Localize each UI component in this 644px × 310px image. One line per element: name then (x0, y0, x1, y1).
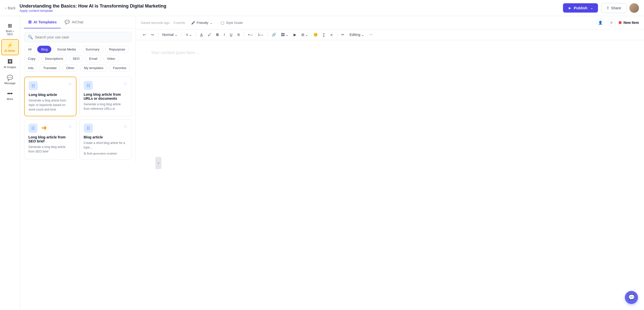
strikethrough-button[interactable]: S (235, 31, 242, 38)
favorite-star-3[interactable]: ☆ (68, 124, 72, 129)
search-input[interactable] (35, 35, 128, 39)
sidebar-item-ai-images[interactable]: 🖼 AI Images (1, 56, 19, 71)
chip-my-templates[interactable]: My templates (80, 64, 107, 72)
more-options-button[interactable]: ⋯ (367, 31, 375, 38)
back-label: Back (8, 6, 16, 10)
undo-button[interactable]: ↩ (141, 31, 148, 38)
toolbar-users-icon-button[interactable]: 👤 (596, 19, 605, 27)
chat-widget-button[interactable]: 💬 (625, 291, 638, 304)
tab-ai-chat[interactable]: 💬 AIChat (61, 16, 87, 28)
editor-area[interactable]: Your content goes here ... (136, 40, 644, 310)
style-guide-button[interactable]: ◯ Style Guide (219, 20, 245, 26)
template-card-long-blog[interactable]: ☷ ☆ Long blog article Generate a blog ar… (24, 77, 76, 116)
favorite-star-1[interactable]: ☆ (68, 81, 72, 87)
template-card-2-header: ☷ ☆ (84, 81, 128, 90)
filter-chips: All Blog Social Media Summary Repurpose … (20, 46, 136, 75)
underline-button[interactable]: U (228, 31, 234, 38)
chip-translate[interactable]: Translate (39, 64, 60, 72)
numbered-list-button[interactable]: 1— (256, 31, 265, 38)
share-icon: ⇧ (606, 6, 610, 10)
favorite-star-2[interactable]: ☆ (123, 81, 127, 86)
sidebar-item-message[interactable]: 💬 Message (1, 72, 19, 87)
panel-tabs: ⊞ AI Templates 💬 AIChat (20, 16, 136, 28)
redo-button[interactable]: ↪ (149, 31, 156, 38)
bullet-list-button[interactable]: •— (246, 31, 255, 38)
template-title-1: Long blog article (29, 93, 72, 97)
comment-button[interactable]: ✏ (339, 31, 346, 38)
search-input-wrap: 🔍 (24, 32, 132, 42)
bulk-label: Bulk generation enabled (87, 152, 117, 155)
collapse-panel-button[interactable]: ‹ (155, 157, 162, 169)
avatar[interactable] (629, 3, 639, 13)
chip-other[interactable]: Other (62, 64, 78, 72)
tone-selector[interactable]: 🎤 Friendly ⌄ (189, 20, 215, 26)
align-button[interactable]: ≡ ⌄ (184, 31, 194, 38)
back-chevron-icon: ‹ (5, 6, 6, 10)
publish-button[interactable]: ► Publish ⌄ (563, 3, 598, 13)
share-button[interactable]: ⇧ Share (601, 3, 626, 13)
icon-sidebar: ⊞ Brief + SEO ⚡ AI Writer 🖼 AI Images 💬 … (0, 16, 20, 310)
publish-icon: ► (568, 6, 572, 10)
ai-chat-tab-label: AIChat (72, 20, 83, 24)
template-desc-1: Generate a blog article from topic or ke… (29, 98, 72, 112)
template-card-long-blog-urls[interactable]: ☷ ☆ Long blog article from URLs or docum… (79, 77, 132, 116)
clear-format-button[interactable]: ⨯ (328, 31, 335, 38)
chip-copy[interactable]: Copy (24, 55, 39, 62)
favorite-star-4[interactable]: ☆ (123, 124, 127, 129)
settings-icon: ⚙ (610, 21, 613, 25)
template-desc-4: Create a short blog article for a topic.… (84, 141, 128, 150)
header: ‹ Back Understanding the Basics: How AI … (0, 0, 644, 16)
emoji-button[interactable]: 🙂 (311, 31, 320, 38)
highlight-button[interactable]: 🖊 (206, 31, 213, 38)
play-button[interactable]: ▶ (292, 31, 298, 38)
templates-grid: ☷ ☆ Long blog article Generate a blog ar… (20, 75, 136, 162)
chip-repurpose[interactable]: Repurpose (105, 46, 129, 53)
tab-ai-templates[interactable]: ⊞ AI Templates (24, 16, 61, 28)
editing-label: Editing (349, 33, 360, 37)
formatting-bar: ↩ ↪ Normal ⌄ ≡ ⌄ A 🖊 B I U S •— 1— 🔗 🖼 ⌄… (136, 29, 644, 40)
toolbar-settings-icon-button[interactable]: ⚙ (608, 19, 616, 27)
chip-summary[interactable]: Summary (82, 46, 103, 53)
chip-email[interactable]: Email (85, 55, 101, 62)
collapse-chevron-icon: ‹ (158, 161, 159, 165)
tone-chevron-icon: ⌄ (210, 21, 213, 25)
bold-button[interactable]: B (214, 31, 221, 38)
chip-video[interactable]: Video (103, 55, 119, 62)
editing-dropdown[interactable]: Editing ⌄ (347, 31, 366, 38)
new-item-label: New Item (624, 21, 639, 25)
toolbar-right: 👤 ⚙ New Item (596, 19, 639, 27)
template-card-long-blog-seo[interactable]: ☷ ☆ Long blog article from SEO brief Gen… (24, 119, 76, 160)
sidebar-item-brief-seo[interactable]: ⊞ Brief + SEO (1, 20, 19, 38)
template-card-blog-article[interactable]: ☷ ☆ Blog article Create a short blog art… (79, 119, 132, 160)
chip-favorites[interactable]: Favorites (109, 64, 130, 72)
link-button[interactable]: 🔗 (270, 31, 278, 38)
chip-descriptions[interactable]: Descriptions (41, 55, 67, 62)
more-icon: ••• (7, 91, 13, 96)
sidebar-item-more[interactable]: ••• More (1, 88, 19, 103)
panel-wrapper: ➜ ‹ ⊞ AI Templates 💬 AIChat 🔍 (20, 16, 136, 310)
content-area: Saved seconds ago 0 words 🎤 Friendly ⌄ ◯… (136, 16, 644, 310)
italic-button[interactable]: I (222, 31, 227, 38)
apply-template-link[interactable]: Apply content template (20, 9, 166, 13)
text-color-button[interactable]: A (198, 31, 205, 38)
chip-ads[interactable]: Ads (24, 64, 37, 72)
sidebar-item-ai-writer[interactable]: ⚡ AI Writer (1, 39, 19, 55)
formula-button[interactable]: ∑ (321, 31, 327, 38)
bulk-badge: ⧉ Bulk generation enabled (84, 152, 128, 155)
chip-social-media[interactable]: Social Media (53, 46, 79, 53)
fmt-separator-1 (158, 32, 158, 37)
template-title-3: Long blog article from SEO brief (28, 135, 72, 143)
ai-images-label: AI Images (4, 66, 16, 69)
back-button[interactable]: ‹ Back (5, 6, 16, 10)
template-icon-3: ☷ (28, 124, 37, 133)
image-button[interactable]: 🖼 ⌄ (279, 31, 291, 38)
new-item-button[interactable]: New Item (619, 21, 639, 25)
ai-chat-tab-icon: 💬 (65, 20, 70, 24)
chip-blog[interactable]: Blog (37, 46, 51, 53)
text-style-selector[interactable]: Normal ⌄ (160, 31, 180, 38)
table-button[interactable]: ⊞ ⌄ (299, 31, 310, 38)
brief-seo-icon: ⊞ (8, 23, 12, 29)
template-icon-4: ☷ (84, 124, 93, 133)
chip-seo[interactable]: SEO (69, 55, 83, 62)
chip-all[interactable]: All (24, 46, 35, 53)
